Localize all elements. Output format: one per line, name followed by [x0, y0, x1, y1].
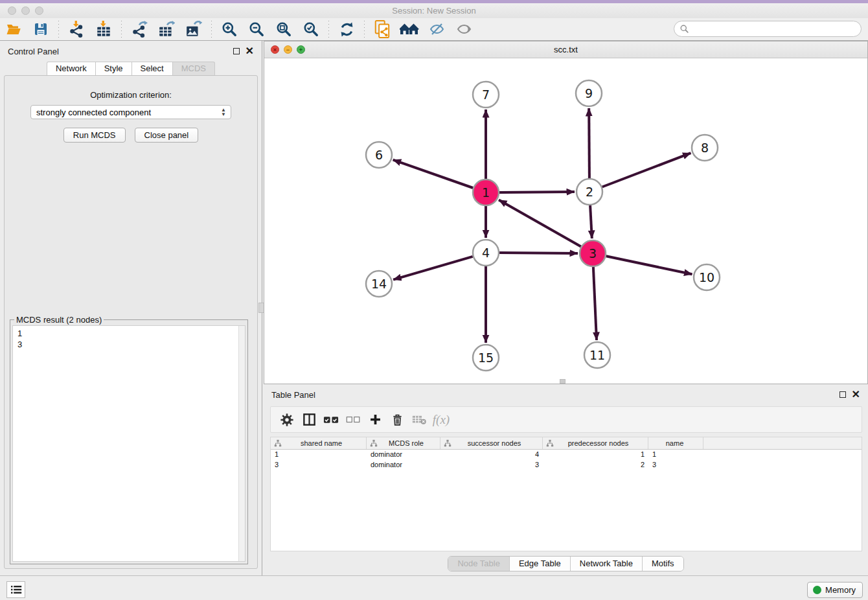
hierarchy-icon	[274, 439, 282, 447]
save-session-icon[interactable]	[31, 20, 51, 38]
show-columns-icon[interactable]	[298, 410, 320, 430]
cell-successor-nodes[interactable]: 4	[440, 450, 543, 460]
create-column-plus-icon[interactable]	[364, 410, 386, 430]
export-image-icon[interactable]	[184, 20, 203, 38]
table-row[interactable]: 3 dominator 3 2 3	[271, 460, 862, 470]
control-panel-title: Control Panel	[8, 47, 59, 56]
memory-button[interactable]: Memory	[807, 582, 863, 598]
window-title: Session: New Session	[0, 6, 868, 16]
result-line: 3	[17, 339, 245, 350]
tab-edge-table[interactable]: Edge Table	[510, 557, 571, 571]
column-header-successor-nodes[interactable]: successor nodes	[440, 437, 543, 449]
mcds-result-box: MCDS result (2 nodes) 1 3	[10, 319, 248, 564]
control-panel-tabs: Network Style Select MCDS	[0, 62, 262, 75]
edge-3-11[interactable]	[593, 267, 597, 340]
close-table-panel-icon[interactable]: ✕	[852, 391, 860, 398]
import-table-icon[interactable]	[94, 20, 113, 38]
refresh-icon[interactable]	[337, 20, 356, 38]
zoom-in-icon[interactable]	[220, 20, 239, 38]
node-label-14: 14	[371, 277, 387, 291]
export-table-icon[interactable]	[157, 20, 176, 38]
tab-motifs[interactable]: Motifs	[643, 557, 683, 571]
cell-mcds-role[interactable]: dominator	[367, 450, 440, 460]
split-resize-handle[interactable]	[560, 379, 565, 384]
cell-shared-name[interactable]: 3	[271, 460, 367, 470]
column-header-name[interactable]: name	[648, 437, 703, 449]
cell-predecessor-nodes[interactable]: 2	[543, 460, 648, 470]
close-panel-icon[interactable]: ✕	[246, 48, 254, 54]
result-scrollbar[interactable]	[238, 326, 245, 561]
show-all-eye-icon[interactable]	[454, 20, 474, 38]
zoom-out-icon[interactable]	[247, 20, 266, 38]
node-label-3: 3	[589, 246, 597, 260]
mcds-panel: Optimization criterion: strongly connect…	[4, 75, 258, 569]
network-graph-svg[interactable]: 1234678910111415	[264, 58, 867, 384]
mcds-result-title: MCDS result (2 nodes)	[14, 315, 104, 325]
node-table[interactable]: shared name MCDS role successor nodes pr…	[270, 437, 862, 551]
edge-4-3[interactable]	[499, 253, 578, 253]
close-panel-button[interactable]: Close panel	[135, 128, 199, 143]
houses-icon[interactable]	[400, 20, 419, 38]
search-input[interactable]	[674, 21, 862, 37]
edge-3-10[interactable]	[606, 256, 692, 274]
tab-network-table[interactable]: Network Table	[571, 557, 643, 571]
import-network-icon[interactable]	[67, 20, 86, 38]
column-header-mcds-role[interactable]: MCDS role	[367, 437, 440, 449]
edge-1-6[interactable]	[393, 160, 474, 188]
unselect-all-columns-icon[interactable]	[342, 410, 364, 430]
cell-predecessor-nodes[interactable]: 1	[543, 450, 648, 460]
table-toolbar: f(x)	[270, 406, 862, 433]
tab-style[interactable]: Style	[96, 62, 132, 75]
export-network-icon[interactable]	[130, 20, 149, 38]
table-row[interactable]: 1 dominator 4 1 1	[271, 450, 862, 460]
zoom-selected-icon[interactable]	[301, 20, 321, 38]
node-label-10: 10	[699, 270, 714, 284]
result-line: 1	[17, 328, 245, 339]
toolbar-separator	[121, 21, 122, 38]
delete-table-icon	[408, 410, 430, 430]
edge-2-3[interactable]	[590, 205, 592, 238]
titlebar: Session: New Session	[0, 3, 868, 18]
hide-selected-eye-icon[interactable]	[427, 20, 446, 38]
table-panel-title: Table Panel	[271, 390, 315, 400]
node-label-8: 8	[701, 141, 709, 155]
search-icon	[680, 24, 689, 34]
column-header-predecessor-nodes[interactable]: predecessor nodes	[543, 437, 648, 449]
list-icon	[10, 584, 22, 595]
float-table-panel-icon[interactable]	[839, 391, 846, 398]
run-mcds-button[interactable]: Run MCDS	[63, 128, 126, 143]
network-frame-titlebar[interactable]: × − + scc.txt	[264, 41, 867, 58]
column-header-shared-name[interactable]: shared name	[271, 437, 367, 449]
network-canvas[interactable]: 1234678910111415	[264, 58, 867, 384]
select-all-columns-icon[interactable]	[320, 410, 342, 430]
node-label-9: 9	[585, 86, 593, 100]
edge-4-14[interactable]	[393, 257, 473, 280]
float-panel-icon[interactable]	[233, 48, 240, 54]
mcds-result-textarea[interactable]: 1 3	[12, 325, 246, 562]
delete-column-trash-icon[interactable]	[386, 410, 408, 430]
cell-name[interactable]: 3	[648, 460, 703, 470]
edge-3-1[interactable]	[499, 200, 581, 246]
tab-select[interactable]: Select	[132, 62, 173, 75]
cell-name[interactable]: 1	[648, 450, 703, 460]
criterion-select[interactable]: strongly connected component ▲▼	[30, 105, 231, 119]
network-frame: × − + scc.txt 1234678910111415	[264, 41, 868, 384]
tab-network[interactable]: Network	[47, 62, 96, 75]
cell-mcds-role[interactable]: dominator	[367, 460, 440, 470]
toolbar-separator	[328, 21, 329, 38]
open-file-icon[interactable]	[4, 20, 23, 38]
tab-mcds[interactable]: MCDS	[173, 62, 215, 75]
task-history-button[interactable]	[6, 581, 25, 598]
table-header-row: shared name MCDS role successor nodes pr…	[271, 437, 862, 450]
cell-successor-nodes[interactable]: 3	[440, 460, 543, 470]
cell-shared-name[interactable]: 1	[271, 450, 367, 460]
tab-node-table[interactable]: Node Table	[448, 557, 510, 571]
function-builder-icon: f(x)	[430, 410, 452, 430]
table-settings-gear-icon[interactable]	[276, 410, 298, 430]
network-title: scc.txt	[264, 45, 867, 54]
new-network-from-selection-icon[interactable]	[372, 20, 392, 38]
edge-1-2[interactable]	[499, 192, 575, 192]
zoom-fit-icon[interactable]	[274, 20, 293, 38]
edge-2-9[interactable]	[589, 108, 589, 178]
edge-2-8[interactable]	[602, 153, 691, 187]
